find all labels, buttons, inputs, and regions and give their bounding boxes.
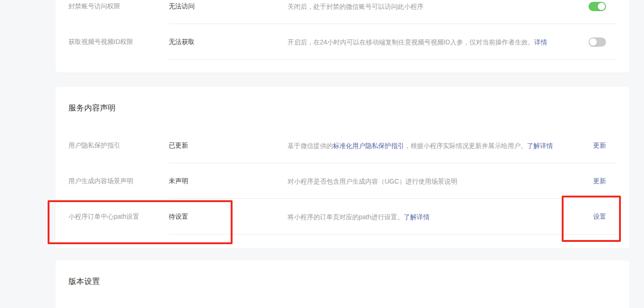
description-text: 开启后，在24小时内可以在移动端复制任意视频号视频ID入参，仅对当前操作者生效。: [288, 38, 534, 46]
toggle-knob: [598, 3, 605, 10]
row-status: 无法访问: [169, 2, 288, 11]
permissions-card: 封禁账号访问权限 无法访问 关闭后，处于封禁的微信账号可以访问此小程序 获取视频…: [55, 0, 629, 73]
update-ugc-button[interactable]: 更新: [593, 177, 606, 185]
row-ugc-declaration: 用户生成内容场景声明 未声明 对小程序是否包含用户生成内容（UGC）进行使用场景…: [55, 163, 629, 199]
row-description: 对小程序是否包含用户生成内容（UGC）进行使用场景说明: [288, 177, 593, 186]
service-declaration-card: 服务内容声明 用户隐私保护指引 已更新 基于微信提供的标准化用户隐私保护指引，根…: [55, 87, 629, 248]
row-description: 关闭后，处于封禁的微信账号可以访问此小程序: [288, 2, 589, 11]
details-link[interactable]: 详情: [534, 38, 547, 46]
description-text: 基于微信提供的: [288, 142, 333, 149]
settings-page: 封禁账号访问权限 无法访问 关闭后，处于封禁的微信账号可以访问此小程序 获取视频…: [0, 0, 644, 308]
row-privacy-guideline: 用户隐私保护指引 已更新 基于微信提供的标准化用户隐私保护指引，根据小程序实际情…: [55, 128, 629, 163]
setup-order-path-button[interactable]: 设置: [593, 213, 606, 221]
description-text: ，根据小程序实际情况更新并展示给用户。: [404, 142, 527, 149]
privacy-guideline-link[interactable]: 标准化用户隐私保护指引: [333, 142, 404, 149]
row-status: 未声明: [169, 177, 288, 185]
row-status: 已更新: [169, 142, 288, 150]
settings-content: 封禁账号访问权限 无法访问 关闭后，处于封禁的微信账号可以访问此小程序 获取视频…: [55, 0, 629, 308]
row-label: 小程序订单中心path设置: [68, 213, 169, 221]
update-privacy-button[interactable]: 更新: [593, 142, 606, 150]
description-text: 将小程序的订单页对应的path进行设置。: [288, 213, 404, 221]
toggle-knob: [589, 38, 597, 46]
row-label: 获取视频号视频ID权限: [68, 38, 169, 46]
version-settings-title: 版本设置: [55, 260, 629, 301]
row-label: 用户生成内容场景声明: [68, 177, 169, 185]
row-status: 无法获取: [169, 38, 288, 46]
row-label: 用户隐私保护指引: [68, 142, 169, 150]
row-description: 开启后，在24小时内可以在移动端复制任意视频号视频ID入参，仅对当前操作者生效。…: [288, 37, 589, 47]
row-label: 封禁账号访问权限: [68, 2, 169, 11]
row-description: 将小程序的订单页对应的path进行设置。了解详情: [288, 212, 593, 222]
description-text: 对小程序是否包含用户生成内容（UGC）进行使用场景说明: [288, 178, 457, 185]
row-description: 基于微信提供的标准化用户隐私保护指引，根据小程序实际情况更新并展示给用户。了解详…: [288, 141, 593, 150]
video-id-permission-toggle[interactable]: [589, 37, 606, 47]
row-banned-account-access: 封禁账号访问权限 无法访问 关闭后，处于封禁的微信账号可以访问此小程序: [55, 0, 629, 24]
service-declaration-title: 服务内容声明: [55, 87, 629, 128]
row-status: 待设置: [169, 213, 288, 221]
row-order-center-path: 小程序订单中心path设置 待设置 将小程序的订单页对应的path进行设置。了解…: [55, 199, 629, 234]
learn-more-link[interactable]: 了解详情: [404, 213, 429, 221]
description-text: 关闭后，处于封禁的微信账号可以访问此小程序: [288, 3, 423, 10]
version-settings-card: 版本设置: [55, 260, 629, 308]
learn-more-link[interactable]: 了解详情: [527, 142, 553, 149]
banned-account-access-toggle[interactable]: [589, 2, 606, 11]
row-video-id-permission: 获取视频号视频ID权限 无法获取 开启后，在24小时内可以在移动端复制任意视频号…: [55, 24, 629, 60]
